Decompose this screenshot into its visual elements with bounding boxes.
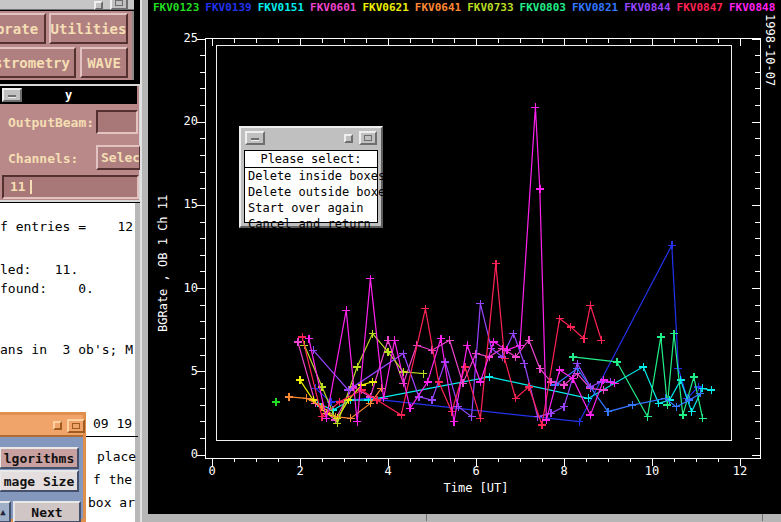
x-axis-label: Time [UT] — [436, 481, 516, 495]
legend-item: FKV0601 — [310, 1, 356, 14]
titlebar-dot-button[interactable] — [94, 1, 103, 10]
popup-menu-item[interactable]: Start over again — [245, 200, 377, 216]
plot-figure[interactable] — [148, 0, 781, 514]
popup-titlebar[interactable] — [243, 130, 379, 148]
console-line: led: 11. — [0, 262, 78, 277]
y-tick-label: 10 — [166, 281, 198, 295]
titlebar-dot-button[interactable] — [344, 134, 353, 143]
popup-menu-item[interactable]: Delete outside boxes — [245, 184, 377, 200]
console-line: place — [97, 449, 136, 464]
console-text-underline — [86, 436, 138, 437]
maximize-icon[interactable] — [110, 0, 128, 10]
window-frame-seam — [426, 514, 427, 521]
tool-window: lgorithmsmage SizeNext ▲ — [0, 412, 86, 522]
text-cursor — [30, 180, 32, 194]
plot-canvas[interactable]: FKV0123FKV0139FKV0151FKV0601FKV0621FKV06… — [148, 0, 781, 514]
toolbar-button-wave[interactable]: WAVE — [80, 47, 128, 78]
y-tick-label: 5 — [166, 364, 198, 378]
legend-item: FKV0844 — [624, 1, 670, 14]
legend-item: FKV0848 — [729, 1, 775, 14]
x-tick-label: 2 — [285, 464, 315, 478]
legend-item: FKV0151 — [258, 1, 304, 14]
toolbar-window: brateUtilitiesstrometryWAVE — [0, 0, 141, 84]
legend-item: FKV0123 — [153, 1, 199, 14]
legend-item: FKV0641 — [415, 1, 461, 14]
toolbar-titlebar[interactable] — [0, 0, 134, 10]
plot-window: FKV0123FKV0139FKV0151FKV0601FKV0621FKV06… — [140, 0, 781, 522]
beam-window-title: y — [0, 88, 137, 102]
x-tick-label: 0 — [197, 464, 227, 478]
legend-item: FKV0821 — [572, 1, 618, 14]
y-tick-label: 0 — [166, 447, 198, 461]
toolbar-button-utilities[interactable]: Utilities — [49, 13, 128, 44]
channels-input-value: 11 — [10, 179, 26, 194]
channels-label: Channels: — [8, 151, 78, 166]
output-beam-label: OutputBeam: — [8, 115, 94, 130]
y-tick-label: 25 — [166, 31, 198, 45]
legend-item: FKV0139 — [205, 1, 251, 14]
maximize-icon[interactable] — [359, 131, 377, 145]
beam-titlebar[interactable]: y — [0, 86, 137, 104]
legend-item: FKV0621 — [362, 1, 408, 14]
popup-menu-item[interactable]: Delete inside boxes — [245, 168, 377, 184]
y-tick-label: 20 — [166, 114, 198, 128]
channels-select-button[interactable]: Select — [96, 145, 141, 170]
legend-item: FKV0847 — [677, 1, 723, 14]
x-tick-label: 8 — [549, 464, 579, 478]
plot-date-label: 1998-10-07 — [763, 14, 777, 86]
maximize-icon[interactable] — [67, 419, 85, 433]
popup-menu: Please select: Delete inside boxesDelete… — [244, 150, 378, 223]
plot-legend: FKV0123FKV0139FKV0151FKV0601FKV0621FKV06… — [153, 1, 779, 14]
legend-item: FKV0803 — [520, 1, 566, 14]
tool-button-lgorithms[interactable]: lgorithms — [0, 447, 79, 469]
console-line: box ar — [88, 495, 135, 510]
toolbar-body: brateUtilitiesstrometryWAVE — [0, 11, 134, 80]
console-line: f the — [93, 472, 132, 487]
tool-titlebar[interactable] — [0, 415, 83, 437]
legend-item: FKV0733 — [467, 1, 513, 14]
window-frame-seam — [762, 514, 763, 521]
tool-button-mage-size[interactable]: mage Size — [0, 470, 79, 492]
x-tick-label: 6 — [461, 464, 491, 478]
scroll-up-icon[interactable]: ▲ — [0, 501, 11, 522]
x-tick-label: 4 — [373, 464, 403, 478]
popup-menu-header: Please select: — [245, 151, 377, 168]
console-line: ans in 3 ob's; M — [0, 342, 133, 357]
y-tick-label: 15 — [166, 197, 198, 211]
popup-menu-item[interactable]: Cancel and return — [245, 216, 377, 232]
minimize-icon[interactable] — [245, 131, 265, 145]
titlebar-dot-button[interactable] — [53, 421, 62, 430]
toolbar-button-brate[interactable]: brate — [0, 13, 46, 44]
x-tick-label: 12 — [725, 464, 755, 478]
console-line: f entries = 12 — [0, 219, 133, 234]
popup-menu-window: Please select: Delete inside boxesDelete… — [239, 126, 383, 228]
output-beam-field[interactable] — [96, 110, 138, 134]
toolbar-button-strometry[interactable]: strometry — [0, 47, 76, 78]
console-line: found: 0. — [0, 281, 94, 296]
console-line: 09 19 — [93, 416, 132, 431]
x-tick-label: 10 — [637, 464, 667, 478]
tool-button-next[interactable]: Next — [13, 501, 81, 522]
beam-window: y OutputBeam: Channels: Select 11 — [0, 84, 141, 202]
y-axis-label: BGRate , OB 1 Ch 11 — [156, 195, 170, 332]
channels-input[interactable]: 11 — [2, 175, 139, 199]
